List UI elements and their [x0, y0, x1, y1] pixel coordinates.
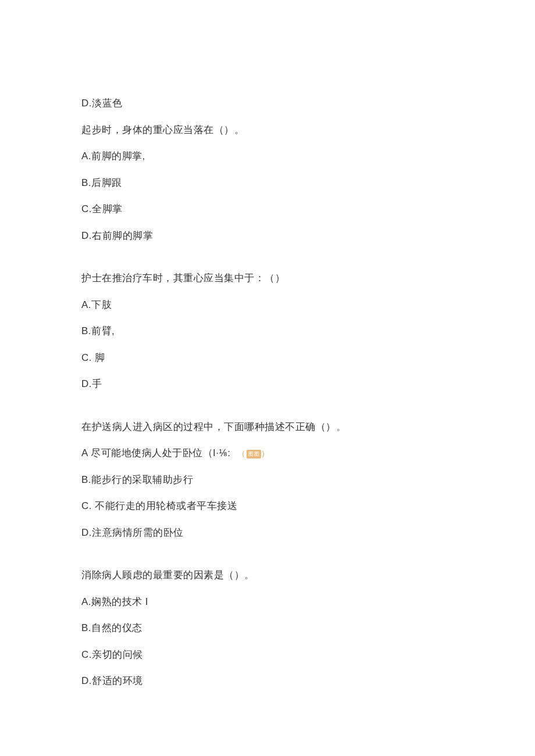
- q1-stem: 起步时，身体的重心应当落在（）。: [81, 123, 454, 138]
- document-body: D.淡蓝色 起步时，身体的重心应当落在（）。 A.前脚的脚掌, B.后脚跟 C.…: [0, 0, 535, 747]
- q4-option-d: D.舒适的环境: [81, 673, 454, 689]
- q4-option-a: A.娴熟的技术 I: [81, 594, 454, 610]
- q2-option-a: A.下肢: [81, 298, 454, 313]
- q1-option-c: C.全脚掌: [81, 202, 454, 217]
- q3-option-a-note: （图图）: [237, 449, 270, 458]
- q3-option-d: D.注意病情所需的卧位: [81, 525, 454, 540]
- q2-option-b: B.前臂,: [81, 324, 454, 339]
- q1-option-b: B.后脚跟: [81, 175, 454, 191]
- q2-stem: 护士在推治疗车时，其重心应当集中于：（）: [81, 271, 454, 286]
- q3-option-c: C. 不能行走的用轮椅或者平车接送: [81, 499, 454, 514]
- q3-option-b: B.能步行的采取辅助步行: [81, 472, 454, 488]
- q4-stem: 消除病人顾虑的最重要的因素是（）。: [81, 568, 454, 583]
- q3-option-a: A 尽可能地使病人处于卧位（I·⅛: （图图）: [81, 446, 454, 461]
- image-placeholder-icon: 图图: [247, 450, 261, 459]
- q4-option-b: B.自然的仪态: [81, 621, 454, 636]
- q2-option-c: C. 脚: [81, 350, 454, 366]
- q3-note-open: （: [237, 449, 246, 458]
- q3-stem: 在护送病人进入病区的过程中，下面哪种描述不正确（）。: [81, 420, 454, 435]
- q1-option-d: D.右前脚的脚掌: [81, 228, 454, 243]
- q3-option-a-text: A 尽可能地使病人处于卧位（I·⅛:: [81, 447, 230, 458]
- q1-option-a: A.前脚的脚掌,: [81, 149, 454, 164]
- q3-note-close: ）: [261, 449, 270, 458]
- orphan-option-d: D.淡蓝色: [81, 96, 454, 111]
- q2-option-d: D.手: [81, 377, 454, 392]
- q4-option-c: C.亲切的问候: [81, 647, 454, 662]
